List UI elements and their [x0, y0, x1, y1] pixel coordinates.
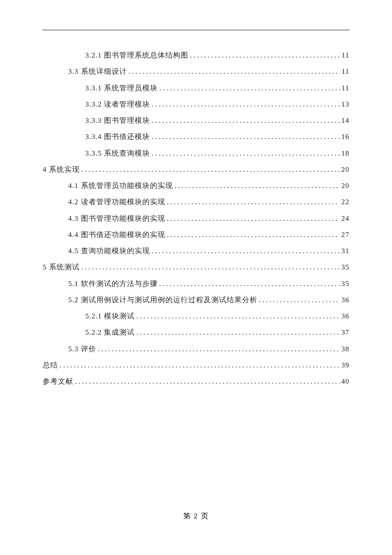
toc-entry: 4.2 读者管理功能模块的实现22 — [43, 194, 349, 210]
toc-leader-dots — [175, 178, 340, 194]
toc-entry-page: 20 — [341, 162, 349, 178]
toc-entry: 5 系统测试35 — [43, 259, 349, 275]
toc-leader-dots — [136, 324, 340, 341]
toc-entry-page: 35 — [341, 276, 349, 292]
toc-entry: 3.3.4 图书借还模块16 — [43, 129, 349, 145]
toc-entry-page: 14 — [341, 113, 349, 129]
toc-entry: 3.3.5 系统查询模块18 — [43, 145, 349, 162]
toc-entry-page: 16 — [341, 129, 349, 145]
toc-entry-page: 37 — [341, 324, 349, 341]
toc-entry: 4.1 系统管理员功能模块的实现20 — [43, 178, 349, 194]
toc-entry: 4 系统实现20 — [43, 162, 349, 178]
table-of-contents: 3.2.1 图书管理系统总体结构图113.3 系统详细设计113.3.1 系统管… — [43, 47, 349, 390]
toc-leader-dots — [81, 162, 340, 178]
toc-entry: 3.2.1 图书管理系统总体结构图11 — [43, 47, 349, 64]
toc-entry-page: 11 — [342, 80, 349, 96]
toc-leader-dots — [159, 276, 340, 292]
toc-entry-page: 13 — [341, 96, 349, 113]
toc-entry-page: 35 — [341, 259, 349, 275]
toc-entry-label: 3.3 系统详细设计 — [68, 64, 127, 80]
toc-leader-dots — [259, 292, 340, 308]
toc-entry-page: 22 — [341, 194, 349, 210]
toc-entry-page: 31 — [341, 243, 349, 259]
toc-entry: 3.3.3 图书管理模块14 — [43, 113, 349, 129]
toc-leader-dots — [136, 308, 340, 324]
toc-entry-label: 4.3 图书管理功能模块的实现 — [68, 211, 165, 227]
toc-leader-dots — [152, 145, 340, 162]
toc-entry-page: 39 — [341, 357, 349, 373]
toc-entry-page: 11 — [342, 47, 349, 64]
toc-entry-label: 3.3.2 读者管理模块 — [85, 96, 150, 113]
toc-entry-label: 3.3.5 系统查询模块 — [85, 145, 150, 162]
toc-entry: 3.3.2 读者管理模块13 — [43, 96, 349, 113]
toc-entry-page: 11 — [342, 64, 349, 80]
toc-entry: 4.4 图书借还功能模块的实现27 — [43, 227, 349, 243]
toc-entry-label: 4.4 图书借还功能模块的实现 — [68, 227, 165, 243]
toc-entry: 参考文献40 — [43, 373, 349, 390]
page-number: 第 2 页 — [183, 512, 209, 520]
toc-leader-dots — [152, 113, 340, 129]
page-footer: 第 2 页 — [0, 511, 392, 521]
toc-entry-label: 3.3.4 图书借还模块 — [85, 129, 150, 145]
toc-entry: 5.2.1 模块测试36 — [43, 308, 349, 324]
toc-entry-label: 4.1 系统管理员功能模块的实现 — [68, 178, 173, 194]
toc-entry-label: 总结 — [43, 357, 58, 373]
toc-leader-dots — [60, 357, 340, 373]
toc-entry: 5.1 软件测试的方法与步骤35 — [43, 276, 349, 292]
toc-entry: 4.3 图书管理功能模块的实现24 — [43, 211, 349, 227]
toc-entry-page: 38 — [341, 341, 349, 357]
toc-entry-label: 4.5 查询功能模块的实现 — [68, 243, 150, 259]
toc-leader-dots — [98, 341, 340, 357]
toc-entry-page: 27 — [341, 227, 349, 243]
toc-entry-label: 参考文献 — [43, 373, 73, 390]
toc-leader-dots — [190, 47, 340, 64]
toc-entry: 4.5 查询功能模块的实现31 — [43, 243, 349, 259]
toc-entry: 3.3 系统详细设计11 — [43, 64, 349, 80]
toc-entry-page: 24 — [341, 211, 349, 227]
toc-leader-dots — [152, 243, 340, 259]
toc-leader-dots — [167, 211, 340, 227]
toc-entry-label: 5.2.2 集成测试 — [85, 324, 135, 341]
toc-entry: 5.3 评价38 — [43, 341, 349, 357]
toc-leader-dots — [152, 96, 340, 113]
toc-leader-dots — [75, 373, 340, 390]
toc-leader-dots — [81, 259, 340, 275]
toc-entry-page: 20 — [341, 178, 349, 194]
header-rule — [43, 30, 349, 30]
toc-leader-dots — [159, 80, 340, 96]
toc-entry-label: 4.2 读者管理功能模块的实现 — [68, 194, 165, 210]
toc-entry: 5.2 测试用例设计与测试用例的运行过程及测试结果分析36 — [43, 292, 349, 308]
toc-leader-dots — [167, 227, 340, 243]
toc-entry-label: 4 系统实现 — [43, 162, 80, 178]
toc-entry-label: 3.3.3 图书管理模块 — [85, 113, 150, 129]
toc-entry-label: 5.3 评价 — [68, 341, 96, 357]
document-page: 3.2.1 图书管理系统总体结构图113.3 系统详细设计113.3.1 系统管… — [0, 0, 392, 555]
toc-leader-dots — [152, 129, 340, 145]
toc-entry: 总结39 — [43, 357, 349, 373]
toc-entry: 3.3.1 系统管理员模块11 — [43, 80, 349, 96]
toc-leader-dots — [129, 64, 340, 80]
toc-entry-label: 5.2 测试用例设计与测试用例的运行过程及测试结果分析 — [68, 292, 257, 308]
toc-entry-label: 3.3.1 系统管理员模块 — [85, 80, 158, 96]
toc-leader-dots — [167, 194, 340, 210]
toc-entry-label: 3.2.1 图书管理系统总体结构图 — [85, 47, 188, 64]
toc-entry-label: 5 系统测试 — [43, 259, 80, 275]
toc-entry-page: 36 — [341, 308, 349, 324]
toc-entry-page: 40 — [341, 373, 349, 390]
toc-entry-label: 5.1 软件测试的方法与步骤 — [68, 276, 158, 292]
toc-entry: 5.2.2 集成测试37 — [43, 324, 349, 341]
toc-entry-page: 36 — [341, 292, 349, 308]
toc-entry-page: 18 — [341, 145, 349, 162]
toc-entry-label: 5.2.1 模块测试 — [85, 308, 135, 324]
